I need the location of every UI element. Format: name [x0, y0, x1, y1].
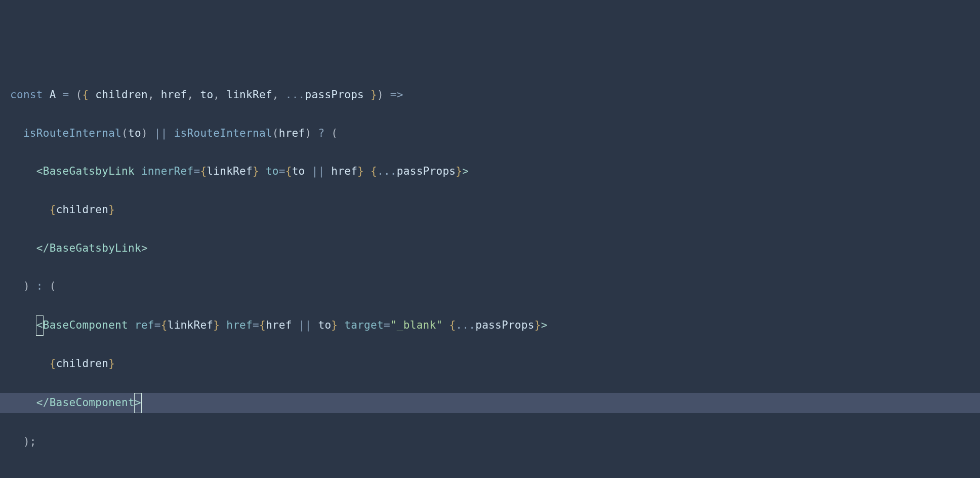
comma: ,	[272, 89, 285, 101]
code-line-11-blank[interactable]	[10, 470, 970, 478]
brace-open: {	[449, 319, 456, 331]
paren-close: )	[23, 435, 30, 448]
code-line-10[interactable]: );	[10, 432, 970, 452]
operator-or: ||	[148, 127, 174, 139]
var: linkRef	[207, 165, 253, 177]
brace-open: {	[259, 319, 266, 331]
space	[135, 165, 141, 177]
param-to: to	[200, 89, 213, 101]
jsx-close: >	[541, 319, 548, 331]
code-line-4[interactable]: {children}	[10, 201, 970, 220]
paren-open: (	[75, 89, 82, 101]
var: href	[266, 319, 292, 331]
eq: =	[193, 165, 200, 177]
brace-close: }	[253, 165, 259, 177]
code-line-9-highlighted[interactable]: </BaseComponent>	[0, 393, 980, 413]
brace-open: {	[161, 319, 168, 331]
comma: ,	[187, 89, 200, 101]
brace-open: {	[50, 204, 56, 216]
brace-close: }	[364, 89, 377, 101]
jsx-attr: href	[226, 319, 253, 331]
paren-open: (	[121, 127, 128, 139]
ternary-q: ?	[311, 127, 331, 139]
var: linkRef	[168, 319, 214, 331]
var: children	[56, 357, 109, 370]
space	[442, 319, 449, 331]
jsx-close: >	[462, 165, 469, 177]
jsx-open: </	[36, 242, 50, 254]
space	[128, 319, 135, 331]
jsx-open-cursor: <	[36, 315, 44, 336]
var: to	[318, 319, 331, 331]
operator-or: ||	[292, 319, 318, 331]
spread: ...	[377, 165, 397, 177]
comma: ,	[213, 89, 226, 101]
text-cursor-icon	[141, 395, 142, 409]
param-children: children	[95, 89, 148, 101]
jsx-tag-name: BaseComponent	[43, 319, 128, 331]
code-line-6[interactable]: ) : (	[10, 277, 970, 296]
var: passProps	[397, 165, 456, 177]
code-line-2[interactable]: isRouteInternal(to) || isRouteInternal(h…	[10, 124, 970, 143]
spread: ...	[285, 89, 305, 101]
brace-close: }	[331, 319, 338, 331]
const-name: A	[50, 89, 56, 101]
var: passProps	[475, 319, 535, 331]
code-line-3[interactable]: <BaseGatsbyLink innerRef={linkRef} to={t…	[10, 162, 970, 181]
var: to	[292, 165, 305, 177]
eq: =	[154, 319, 161, 331]
jsx-attr: target	[344, 319, 384, 331]
spread: ...	[456, 319, 475, 331]
param-passProps: passProps	[305, 89, 364, 101]
brace-close: }	[357, 165, 364, 177]
brace-open: {	[50, 357, 56, 370]
brace-open: {	[200, 165, 207, 177]
brace-close: }	[535, 319, 541, 331]
jsx-close-cursor: >	[134, 393, 142, 413]
code-line-1[interactable]: const A = ({ children, href, to, linkRef…	[10, 86, 970, 105]
eq: =	[384, 319, 390, 331]
space	[338, 319, 344, 331]
func-call: isRouteInternal	[174, 127, 272, 139]
paren-open: (	[50, 280, 56, 292]
jsx-tag-name: BaseComponent	[50, 396, 135, 409]
code-line-8[interactable]: {children}	[10, 354, 970, 374]
space	[364, 165, 371, 177]
paren-close: )	[377, 89, 384, 101]
paren-open: (	[331, 127, 338, 139]
brace-open: {	[82, 89, 95, 101]
var-to: to	[128, 127, 141, 139]
func-call: isRouteInternal	[23, 127, 121, 139]
jsx-open: </	[36, 396, 50, 409]
var: children	[56, 204, 109, 216]
code-line-5[interactable]: </BaseGatsbyLink>	[10, 239, 970, 258]
operator-eq: =	[63, 89, 69, 101]
operator-or: ||	[305, 165, 332, 177]
paren-close: )	[305, 127, 312, 139]
paren-close: )	[23, 280, 30, 292]
jsx-attr: to	[266, 165, 279, 177]
jsx-attr: ref	[135, 319, 154, 331]
keyword-const: const	[10, 89, 43, 101]
eq: =	[279, 165, 285, 177]
string: "_blank"	[390, 319, 443, 331]
brace-close: }	[108, 204, 115, 216]
param-linkRef: linkRef	[226, 89, 272, 101]
brace-open: {	[371, 165, 377, 177]
var-href: href	[279, 127, 305, 139]
code-line-7[interactable]: <BaseComponent ref={linkRef} href={href …	[10, 315, 970, 336]
brace-close: }	[108, 357, 115, 370]
brace-close: }	[456, 165, 462, 177]
jsx-open: <	[36, 165, 43, 177]
ternary-colon: :	[30, 280, 50, 292]
jsx-close: >	[141, 242, 148, 254]
arrow: =>	[384, 89, 403, 101]
paren-open: (	[272, 127, 279, 139]
paren-close: )	[141, 127, 148, 139]
comma: ,	[148, 89, 161, 101]
jsx-tag-name: BaseGatsbyLink	[50, 242, 141, 254]
var: href	[331, 165, 357, 177]
jsx-tag-name: BaseGatsbyLink	[43, 165, 135, 177]
semicolon: ;	[30, 435, 36, 448]
eq: =	[253, 319, 259, 331]
